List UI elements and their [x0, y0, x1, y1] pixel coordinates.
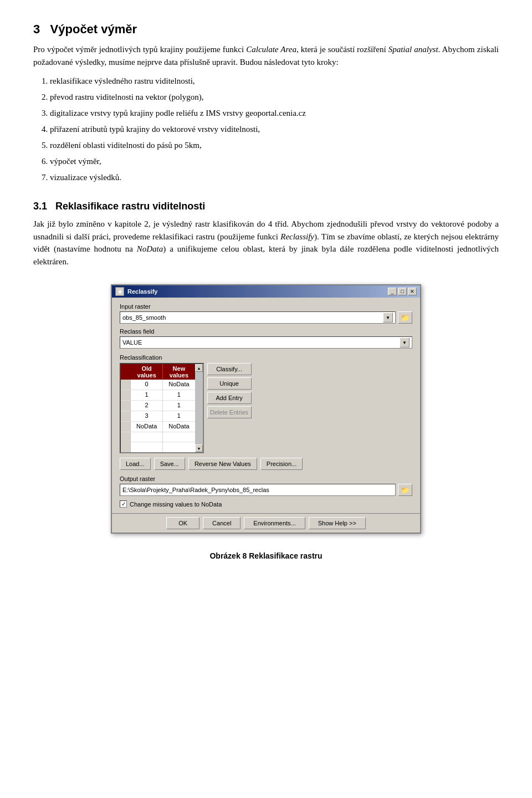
dialog-container: ◆ Reclassify _ □ ✕ Input raster obs_85_s…	[33, 284, 499, 534]
old-value-3[interactable]: 3	[131, 411, 163, 421]
list-item: rozdělení oblasti viditelnosti do pásů p…	[50, 138, 499, 153]
maximize-button[interactable]: □	[398, 288, 407, 295]
subsection-number: 3.1	[33, 201, 47, 212]
load-button[interactable]: Load...	[120, 458, 151, 470]
titlebar-title: ◆ Reclassify	[115, 287, 157, 296]
row-select-4[interactable]	[121, 422, 131, 432]
section-number: 3	[33, 22, 40, 36]
change-missing-checkbox[interactable]: ✓	[120, 500, 127, 508]
dialog-footer: OK Cancel Environments... Show Help >>	[112, 513, 420, 533]
old-value-1[interactable]: 1	[131, 390, 163, 400]
subsection-title: Reklasifikace rastru viditelnosti	[55, 201, 205, 212]
precision-button[interactable]: Precision...	[260, 458, 303, 470]
list-item: digitalizace vrstvy typů krajiny podle r…	[50, 106, 499, 121]
figure-caption: Obrázek 8 Reklasifikace rastru	[33, 550, 499, 562]
table-row-empty	[121, 442, 195, 452]
page-content: 3 Výpočet výměr Pro výpočet výměr jednot…	[33, 22, 499, 562]
steps-list: reklasifikace výsledného rastru viditeln…	[50, 74, 499, 185]
list-item: přiřazení atributů typů krajiny do vekto…	[50, 122, 499, 137]
ok-button[interactable]: OK	[166, 517, 200, 529]
list-item: výpočet výměr,	[50, 154, 499, 169]
scroll-track[interactable]	[195, 372, 203, 444]
subsection-heading: 3.1 Reklasifikace rastru viditelnosti	[33, 201, 499, 212]
titlebar-controls: _ □ ✕	[388, 288, 417, 295]
new-value-4[interactable]: NoData	[163, 422, 195, 432]
reclassification-label: Reclassification	[120, 354, 412, 361]
classify-button[interactable]: Classify...	[207, 363, 252, 375]
output-section: Output raster E:\Skola\Projekty_Praha\Ra…	[120, 475, 412, 496]
new-value-2[interactable]: 1	[163, 401, 195, 411]
input-raster-dropdown[interactable]: obs_85_smooth ▼	[120, 311, 396, 324]
input-raster-arrow[interactable]: ▼	[383, 313, 393, 323]
row-select-header	[121, 364, 131, 380]
table-row[interactable]: 2 1	[121, 401, 195, 411]
table-header: Old values New values	[121, 364, 195, 380]
new-values-header: New values	[163, 364, 195, 380]
dialog-titlebar: ◆ Reclassify _ □ ✕	[112, 285, 420, 298]
reclass-field-row: VALUE ▼	[120, 336, 412, 349]
delete-entries-button[interactable]: Delete Entries	[207, 406, 252, 418]
show-help-button[interactable]: Show Help >>	[309, 517, 366, 529]
output-raster-row: E:\Skola\Projekty_Praha\Radek_Pysny\obs_…	[120, 484, 412, 496]
reclassification-section: Reclassification Old values New values	[120, 354, 412, 453]
table-row[interactable]: 1 1	[121, 390, 195, 401]
environments-button[interactable]: Environments...	[244, 517, 305, 529]
table-row[interactable]: 0 NoData	[121, 380, 195, 390]
scroll-down-button[interactable]: ▼	[195, 444, 203, 452]
table-body: 0 NoData 1 1	[121, 380, 195, 452]
old-value-2[interactable]: 2	[131, 401, 163, 411]
old-value-4[interactable]: NoData	[131, 422, 163, 432]
minimize-button[interactable]: _	[388, 288, 397, 295]
checkbox-label: Change missing values to NoData	[130, 501, 222, 508]
reclassification-table-outer: Old values New values 0 NoData	[120, 363, 204, 453]
input-raster-row: obs_85_smooth ▼ 📁	[120, 311, 412, 324]
table-row[interactable]: 3 1	[121, 411, 195, 422]
output-raster-input[interactable]: E:\Skola\Projekty_Praha\Radek_Pysny\obs_…	[120, 484, 396, 496]
input-raster-folder-button[interactable]: 📁	[398, 311, 412, 324]
reclass-field-dropdown[interactable]: VALUE ▼	[120, 336, 412, 349]
intro-paragraph: Pro výpočet výměr jednotlivých typů kraj…	[33, 43, 499, 68]
bottom-buttons-row: Load... Save... Reverse New Values Preci…	[120, 458, 412, 470]
row-select-3[interactable]	[121, 411, 131, 421]
dialog-body: Input raster obs_85_smooth ▼ 📁 Reclass f…	[112, 298, 420, 513]
cancel-button[interactable]: Cancel	[203, 517, 241, 529]
output-raster-folder-button[interactable]: 📁	[398, 484, 412, 496]
old-values-header: Old values	[131, 364, 163, 380]
unique-button[interactable]: Unique	[207, 377, 252, 390]
checkbox-row: ✓ Change missing values to NoData	[120, 500, 412, 508]
reverse-new-values-button[interactable]: Reverse New Values	[188, 458, 257, 470]
save-button[interactable]: Save...	[154, 458, 185, 470]
new-value-0[interactable]: NoData	[163, 380, 195, 390]
table-row[interactable]: NoData NoData	[121, 422, 195, 432]
section-title: Výpočet výměr	[50, 22, 137, 36]
reclassify-dialog: ◆ Reclassify _ □ ✕ Input raster obs_85_s…	[111, 284, 421, 534]
row-select-1[interactable]	[121, 390, 131, 400]
old-value-0[interactable]: 0	[131, 380, 163, 390]
table-scrollbar: ▲ ▼	[195, 364, 203, 452]
new-value-1[interactable]: 1	[163, 390, 195, 400]
list-item: převod rastru viditelnosti na vektor (po…	[50, 90, 499, 105]
section-paragraph: Jak již bylo zmíněno v kapitole 2, je vý…	[33, 218, 499, 268]
reclass-field-arrow[interactable]: ▼	[400, 337, 410, 347]
dialog-icon: ◆	[115, 287, 124, 296]
close-button[interactable]: ✕	[408, 288, 417, 295]
table-wrapper: Old values New values 0 NoData	[121, 364, 195, 452]
input-raster-label: Input raster	[120, 303, 412, 310]
row-select-2[interactable]	[121, 401, 131, 411]
row-select-0[interactable]	[121, 380, 131, 390]
new-value-3[interactable]: 1	[163, 411, 195, 421]
add-entry-button[interactable]: Add Entry	[207, 392, 252, 404]
reclass-field-label: Reclass field	[120, 328, 412, 335]
reclassification-body: Old values New values 0 NoData	[120, 363, 412, 453]
scroll-up-button[interactable]: ▲	[195, 364, 203, 372]
list-item: reklasifikace výsledného rastru viditeln…	[50, 74, 499, 89]
table-row-empty	[121, 432, 195, 442]
output-raster-label: Output raster	[120, 475, 412, 482]
side-buttons: Classify... Unique Add Entry Delete Entr…	[207, 363, 252, 418]
section-heading: 3 Výpočet výměr	[33, 22, 499, 37]
list-item: vizualizace výsledků.	[50, 170, 499, 185]
